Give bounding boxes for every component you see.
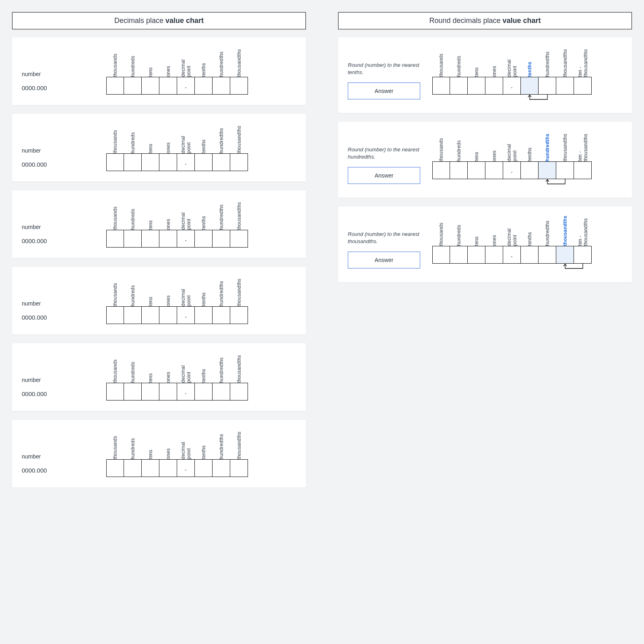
grid-cell[interactable] — [574, 246, 592, 264]
grid-cell[interactable]: . — [177, 230, 195, 248]
column-header: ten - thousandths — [577, 215, 588, 246]
grid-cell[interactable] — [213, 459, 230, 477]
grid-cell[interactable] — [106, 459, 124, 477]
column-header: decimal point — [180, 198, 192, 230]
grid-cell[interactable] — [230, 153, 248, 171]
grid-cell[interactable] — [468, 77, 485, 95]
grid-cell[interactable] — [159, 153, 177, 171]
grid-cell[interactable] — [195, 153, 213, 171]
grid-cell[interactable] — [195, 230, 213, 248]
grid-cell[interactable] — [574, 161, 592, 179]
grid-cell[interactable] — [159, 230, 177, 248]
grid-cell[interactable] — [521, 246, 539, 264]
grid-cell[interactable] — [124, 383, 142, 400]
grid-cell[interactable] — [195, 383, 213, 400]
grid-column: thousandths — [230, 428, 248, 477]
grid-cell[interactable] — [213, 153, 230, 171]
grid-cell[interactable] — [195, 459, 213, 477]
grid-cell[interactable] — [124, 153, 142, 171]
grid-cell[interactable] — [106, 383, 124, 400]
grid-cell[interactable] — [106, 77, 124, 95]
grid-cell[interactable] — [142, 77, 159, 95]
grid-cell[interactable] — [213, 230, 230, 248]
grid-cell[interactable] — [159, 306, 177, 324]
column-header: tenths — [201, 428, 206, 459]
grid-column: thousandths — [230, 275, 248, 324]
grid-cell[interactable] — [124, 77, 142, 95]
grid-cell[interactable] — [450, 246, 468, 264]
grid-cell[interactable] — [106, 153, 124, 171]
number-placeholder: 0000.000 — [22, 85, 94, 91]
grid-cell[interactable] — [213, 383, 230, 400]
grid-cell[interactable] — [159, 383, 177, 400]
grid-column: decimal point. — [177, 351, 195, 400]
grid-cell[interactable] — [124, 230, 142, 248]
grid-cell[interactable] — [556, 77, 574, 95]
grid-column: hundreds — [450, 45, 468, 95]
grid-cell[interactable] — [142, 230, 159, 248]
grid-cell[interactable] — [574, 77, 592, 95]
column-header: decimal point — [506, 215, 518, 246]
answer-box[interactable]: Answer — [348, 252, 420, 268]
grid-cell[interactable] — [124, 306, 142, 324]
column-header: tenths — [527, 130, 533, 161]
grid-cell[interactable] — [468, 246, 485, 264]
grid-column: thousands — [106, 122, 124, 171]
grid-cell[interactable] — [485, 77, 503, 95]
answer-box[interactable]: Answer — [348, 167, 420, 184]
grid-cell[interactable] — [432, 246, 450, 264]
grid-cell[interactable] — [521, 77, 539, 95]
grid-cell[interactable] — [213, 306, 230, 324]
grid-cell[interactable] — [124, 459, 142, 477]
grid-cell[interactable] — [485, 246, 503, 264]
grid-cell[interactable] — [195, 306, 213, 324]
grid-cell[interactable] — [485, 161, 503, 179]
grid-column: decimal point. — [503, 215, 521, 264]
grid-cell[interactable] — [539, 77, 556, 95]
grid-cell[interactable] — [159, 459, 177, 477]
grid-column: tens — [468, 45, 485, 95]
grid-cell[interactable] — [230, 77, 248, 95]
left-title: Decimals place value chart — [12, 12, 306, 29]
grid-cell[interactable] — [159, 77, 177, 95]
grid-cell[interactable] — [230, 383, 248, 400]
grid-cell[interactable] — [539, 246, 556, 264]
grid-cell[interactable] — [432, 161, 450, 179]
grid-cell[interactable] — [539, 161, 556, 179]
grid-cell[interactable]: . — [503, 246, 521, 264]
column-header: thousandths — [562, 45, 568, 77]
grid-cell[interactable]: . — [177, 459, 195, 477]
grid-cell[interactable] — [432, 77, 450, 95]
grid-cell[interactable] — [556, 246, 574, 264]
grid-column: ten - thousandths — [574, 45, 592, 95]
grid-column: tens — [142, 351, 159, 400]
grid-cell[interactable] — [142, 459, 159, 477]
grid-cell[interactable]: . — [503, 161, 521, 179]
grid-cell[interactable]: . — [503, 77, 521, 95]
place-value-grid: thousandshundredstensonesdecimal point.t… — [106, 351, 296, 400]
grid-cell[interactable] — [142, 383, 159, 400]
grid-cell[interactable] — [142, 306, 159, 324]
grid-cell[interactable] — [106, 230, 124, 248]
column-header: hundredths — [219, 351, 224, 383]
grid-cell[interactable]: . — [177, 306, 195, 324]
grid-cell[interactable] — [213, 77, 230, 95]
grid-cell[interactable] — [450, 161, 468, 179]
grid-cell[interactable] — [230, 306, 248, 324]
round-card-hundredths: Round (number) to the nearest hundredths… — [338, 122, 632, 198]
grid-cell[interactable] — [230, 230, 248, 248]
grid-cell[interactable] — [556, 161, 574, 179]
arrow-icon — [432, 94, 592, 103]
grid-cell[interactable]: . — [177, 153, 195, 171]
grid-cell[interactable] — [106, 306, 124, 324]
grid-cell[interactable] — [195, 77, 213, 95]
answer-box[interactable]: Answer — [348, 83, 420, 99]
grid-cell[interactable] — [450, 77, 468, 95]
grid-cell[interactable] — [468, 161, 485, 179]
grid-column: decimal point. — [177, 45, 195, 95]
grid-cell[interactable] — [230, 459, 248, 477]
grid-cell[interactable] — [521, 161, 539, 179]
grid-cell[interactable]: . — [177, 383, 195, 400]
grid-cell[interactable]: . — [177, 77, 195, 95]
grid-cell[interactable] — [142, 153, 159, 171]
